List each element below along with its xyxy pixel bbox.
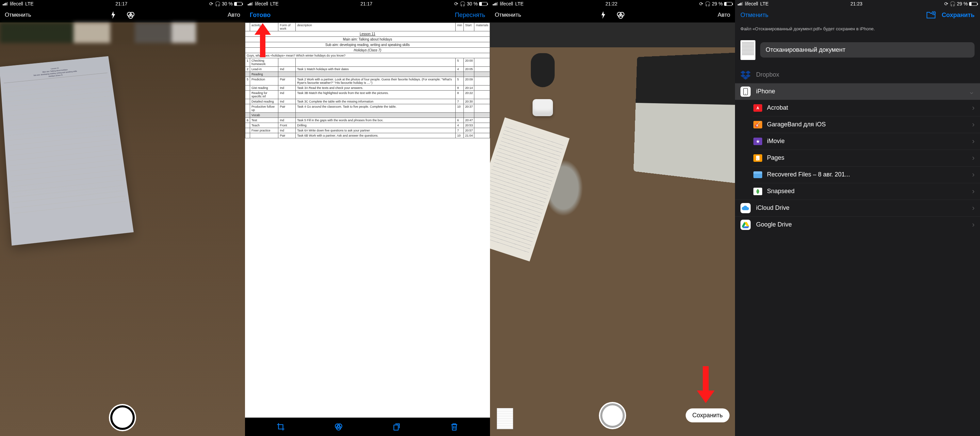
rotation-lock-icon: ⟳ bbox=[454, 1, 458, 6]
folder-imovie[interactable]: ★ iMovie › bbox=[735, 133, 980, 150]
status-bar: lifecell LTE 21:22 ⟳ 🎧 29 % bbox=[490, 0, 735, 8]
paper-object bbox=[490, 117, 570, 261]
shutter-button[interactable] bbox=[600, 403, 625, 428]
iphone-icon bbox=[740, 86, 751, 97]
headphones-icon: 🎧 bbox=[460, 1, 466, 6]
clock: 21:17 bbox=[115, 1, 127, 6]
rotation-lock-icon: ⟳ bbox=[699, 1, 703, 6]
folder-garageband[interactable]: 🎸 GarageBand для iOS › bbox=[735, 117, 980, 133]
filter-icon[interactable] bbox=[617, 11, 625, 19]
location-iphone[interactable]: iPhone ⌄ bbox=[735, 83, 980, 100]
scan-thumbnail[interactable] bbox=[497, 408, 513, 429]
tutorial-arrow-save bbox=[697, 366, 714, 400]
cancel-button[interactable]: Отменить bbox=[495, 11, 521, 18]
headphones-icon: 🎧 bbox=[215, 1, 221, 6]
filter-icon[interactable] bbox=[334, 422, 343, 431]
edit-toolbar bbox=[245, 418, 490, 436]
pages-label: Pages bbox=[767, 154, 972, 161]
chevron-right-icon: › bbox=[972, 120, 975, 129]
new-folder-icon[interactable] bbox=[926, 11, 936, 19]
signal-icon bbox=[3, 2, 8, 5]
location-dropbox[interactable]: Dropbox bbox=[735, 67, 980, 83]
chevron-right-icon: › bbox=[972, 104, 975, 112]
carrier-label: lifecell bbox=[10, 1, 23, 6]
network-label: LTE bbox=[25, 1, 34, 6]
detected-document: Lesson 11 Main aim: Talking about holida… bbox=[0, 56, 134, 246]
cancel-button[interactable]: Отменить bbox=[740, 11, 768, 19]
snapseed-icon bbox=[753, 188, 762, 195]
battery-percent: 30 % bbox=[467, 1, 478, 6]
chevron-right-icon: › bbox=[972, 153, 975, 163]
clock: 21:17 bbox=[360, 1, 372, 6]
chevron-right-icon: › bbox=[972, 204, 975, 212]
svg-point-12 bbox=[745, 94, 746, 94]
iphone-label: iPhone bbox=[756, 88, 969, 95]
battery-percent: 29 % bbox=[957, 1, 968, 6]
network-label: LTE bbox=[760, 1, 769, 6]
rotate-icon[interactable] bbox=[392, 422, 401, 431]
folder-recovered[interactable]: Recovered Files – 8 авг. 201... › bbox=[735, 166, 980, 183]
garageband-label: GarageBand для iOS bbox=[767, 121, 972, 128]
signal-icon bbox=[493, 2, 498, 5]
rotation-lock-icon: ⟳ bbox=[209, 1, 213, 6]
mouse-object bbox=[531, 53, 555, 87]
chevron-right-icon: › bbox=[972, 137, 975, 146]
acrobat-label: Acrobat bbox=[767, 104, 972, 112]
location-gdrive[interactable]: Google Drive › bbox=[735, 217, 980, 233]
chevron-right-icon: › bbox=[972, 187, 975, 196]
carrier-label: lifecell bbox=[500, 1, 513, 6]
scan-nav-bar: Отменить Авто bbox=[0, 8, 245, 22]
pages-icon bbox=[753, 154, 762, 162]
status-bar: lifecell LTE 21:23 ⟳ 🎧 29 % bbox=[735, 0, 980, 8]
recovered-label: Recovered Files – 8 авг. 201... bbox=[767, 171, 972, 178]
file-name-input[interactable]: Отсканированный документ bbox=[760, 42, 975, 57]
camera-viewfinder: Lesson 11 Main aim: Talking about holida… bbox=[0, 22, 245, 436]
rotation-lock-icon: ⟳ bbox=[944, 1, 948, 6]
shutter-button[interactable] bbox=[110, 405, 135, 430]
location-icloud[interactable]: iCloud Drive › bbox=[735, 200, 980, 216]
trash-icon[interactable] bbox=[450, 422, 459, 431]
imovie-icon: ★ bbox=[753, 137, 762, 145]
done-button[interactable]: Готово bbox=[250, 11, 270, 19]
folder-icon bbox=[753, 171, 762, 179]
folder-snapseed[interactable]: Snapseed › bbox=[735, 183, 980, 200]
retake-button[interactable]: Переснять bbox=[455, 11, 485, 19]
svg-rect-6 bbox=[394, 425, 398, 430]
dropbox-label: Dropbox bbox=[756, 71, 975, 78]
signal-icon bbox=[248, 2, 253, 5]
cancel-button[interactable]: Отменить bbox=[5, 11, 31, 18]
garageband-icon: 🎸 bbox=[753, 121, 762, 128]
filter-icon[interactable] bbox=[127, 11, 135, 19]
folder-pages[interactable]: Pages › bbox=[735, 150, 980, 166]
battery-percent: 30 % bbox=[222, 1, 233, 6]
screen-1-scan-camera: lifecell LTE 21:17 ⟳ 🎧 30 % Отменить Авт… bbox=[0, 0, 245, 436]
icloud-icon bbox=[740, 203, 751, 213]
crop-icon[interactable] bbox=[276, 422, 285, 431]
gdrive-icon bbox=[740, 220, 751, 230]
laptop-object bbox=[633, 52, 735, 184]
folder-acrobat[interactable]: A Acrobat › bbox=[735, 100, 980, 116]
imovie-label: iMovie bbox=[767, 137, 972, 145]
scanned-document-preview[interactable]: activity Form of work description min St… bbox=[245, 22, 490, 418]
scan-nav-bar: Отменить Авто bbox=[490, 8, 735, 22]
snapseed-label: Snapseed bbox=[767, 188, 972, 195]
tutorial-arrow-done bbox=[255, 23, 271, 57]
save-confirm-button[interactable]: Сохранить bbox=[942, 11, 975, 19]
headphones-icon: 🎧 bbox=[705, 1, 711, 6]
chevron-down-icon: ⌄ bbox=[969, 87, 975, 96]
auto-button[interactable]: Авто bbox=[718, 11, 730, 18]
auto-button[interactable]: Авто bbox=[228, 11, 240, 18]
gdrive-label: Google Drive bbox=[756, 221, 972, 228]
icloud-label: iCloud Drive bbox=[756, 204, 972, 212]
battery-icon bbox=[479, 2, 487, 6]
battery-icon bbox=[969, 2, 977, 6]
file-thumbnail bbox=[740, 40, 756, 60]
acrobat-icon: A bbox=[753, 104, 762, 112]
clock: 21:23 bbox=[850, 1, 862, 6]
screen-3-scan-next: lifecell LTE 21:22 ⟳ 🎧 29 % Отменить Авт… bbox=[490, 0, 735, 436]
status-bar: lifecell LTE 21:17 ⟳ 🎧 30 % bbox=[0, 0, 245, 8]
flash-icon[interactable] bbox=[110, 11, 116, 19]
save-button[interactable]: Сохранить bbox=[686, 409, 730, 422]
clock: 21:22 bbox=[605, 1, 617, 6]
flash-icon[interactable] bbox=[600, 11, 606, 19]
